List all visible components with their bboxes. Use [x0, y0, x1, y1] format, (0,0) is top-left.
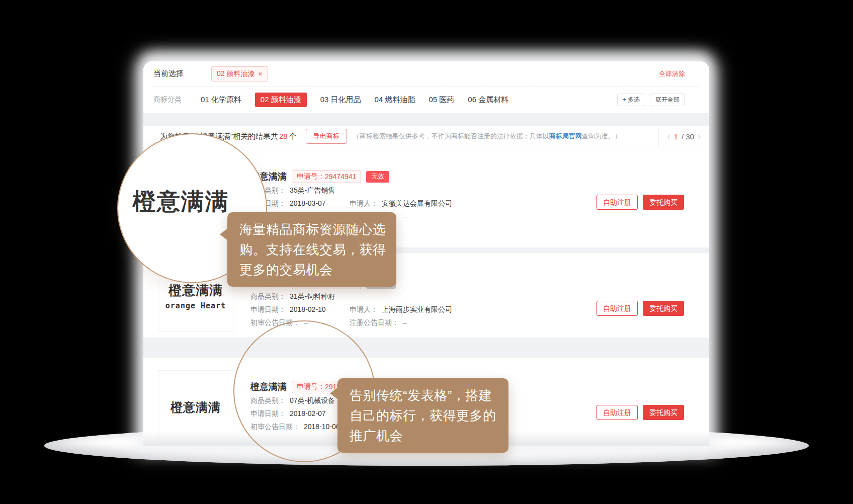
current-page: 1 — [674, 132, 678, 141]
category-row: 商标分类 01 化学原料 02 颜料油漆 03 日化用品 04 燃料油脂 05 … — [143, 87, 709, 113]
applicant-value: 上海雨步实业有限公司 — [382, 305, 452, 314]
row-actions: 自助注册 委托购买 — [596, 301, 684, 316]
current-selection-row: 当前选择 02 颜料油漆 × 全部清除 — [143, 61, 709, 86]
category-group-label: 商标分类 — [153, 95, 182, 104]
application-number-label: 申请号： — [297, 172, 325, 181]
trademark-image-text: 橙意满满 — [168, 282, 223, 299]
tooltip-marketplace: 海量精品商标资源随心选 购。支持在线交易，获得 更多的交易机会 — [227, 212, 396, 287]
entrust-buy-button[interactable]: 委托购买 — [643, 195, 684, 210]
trademark-office-link[interactable]: 商标局官网 — [549, 132, 582, 140]
category-item-05[interactable]: 05 医药 — [429, 95, 454, 105]
trademark-image-subtext: orange Heart — [165, 301, 226, 310]
category-item-01[interactable]: 01 化学原料 — [201, 95, 241, 105]
tooltip-line: 推广机会 — [350, 426, 496, 446]
tooltip-line: 购。支持在线交易，获得 — [239, 239, 384, 260]
selected-filter-tag-label: 02 颜料油漆 — [217, 69, 254, 78]
marketing-laptop-mockup: 当前选择 02 颜料油漆 × 全部清除 商标分类 01 化学原料 02 颜料油漆… — [0, 0, 853, 504]
application-number-tag: 申请号：29474941 — [292, 171, 361, 183]
self-register-button[interactable]: 自助注册 — [596, 405, 638, 420]
trademark-image-text: 橙意满满 — [170, 399, 221, 415]
registration-publication-value: – — [403, 212, 407, 221]
tooltip-line: 自己的标行，获得更多的 — [350, 405, 496, 426]
entrust-buy-button[interactable]: 委托购买 — [643, 405, 684, 420]
pagination: ‹ 1 / 30 › — [658, 127, 709, 146]
category-item-06[interactable]: 06 金属材料 — [468, 95, 508, 105]
result-count-suffix: 个 — [289, 132, 297, 140]
self-register-button[interactable]: 自助注册 — [596, 301, 638, 316]
row-actions: 自助注册 委托购买 — [596, 405, 684, 420]
category-value: 35类-广告销售 — [290, 186, 335, 195]
row-actions: 自助注册 委托购买 — [596, 195, 684, 210]
result-count-number: 28 — [279, 132, 288, 140]
applicant-value: 安徽美达会展有限公司 — [382, 199, 452, 208]
entrust-buy-button[interactable]: 委托购买 — [643, 301, 684, 316]
current-selection-label: 当前选择 — [153, 69, 184, 78]
section-gap — [143, 113, 709, 126]
next-page-icon[interactable]: › — [698, 132, 701, 141]
self-register-button[interactable]: 自助注册 — [596, 195, 638, 210]
status-badge: 无效 — [366, 171, 389, 183]
category-item-03[interactable]: 03 日化用品 — [320, 95, 361, 105]
category-item-04[interactable]: 04 燃料油脂 — [375, 95, 415, 105]
disclaimer-pre: （商标检索结果仅供参考，不作为商标能否注册的法律依据；具体以 — [353, 132, 549, 140]
total-pages: / 30 — [681, 132, 694, 141]
applicant-label: 申请人： — [350, 199, 378, 208]
category-label: 商品类别： — [250, 292, 286, 301]
export-trademarks-button[interactable]: 导出商标 — [306, 129, 347, 144]
selected-filter-tag[interactable]: 02 颜料油漆 × — [211, 66, 268, 81]
tooltip-line: 告别传统“发表格”，搭建 — [350, 385, 496, 405]
tag-close-icon[interactable]: × — [258, 70, 262, 78]
tooltip-line: 海量精品商标资源随心选 — [239, 219, 384, 239]
tooltip-promotion: 告别传统“发表格”，搭建 自己的标行，获得更多的 推广机会 — [337, 378, 508, 453]
filter-section: 当前选择 02 颜料油漆 × 全部清除 商标分类 01 化学原料 02 颜料油漆… — [143, 61, 709, 113]
tooltip-line: 更多的交易机会 — [239, 260, 384, 280]
apply-date-label: 申请日期： — [250, 305, 286, 314]
category-item-02-selected[interactable]: 02 颜料油漆 — [255, 93, 307, 107]
registration-publication-label: 注册公告日期： — [350, 318, 399, 327]
registration-publication-value: – — [403, 318, 407, 327]
category-value: 31类-饲料种籽 — [290, 292, 335, 301]
filter-actions: + 多选 展开全部 — [617, 94, 685, 106]
multi-select-button[interactable]: + 多选 — [617, 94, 645, 106]
applicant-label: 申请人： — [350, 305, 378, 314]
clear-all-button[interactable]: 全部清除 — [659, 69, 685, 78]
prev-page-icon[interactable]: ‹ — [667, 132, 670, 141]
apply-date-value: 2018-03-07 — [290, 199, 326, 208]
disclaimer-post: 查询为准。） — [582, 132, 621, 140]
application-number-value: 29474941 — [325, 173, 356, 181]
category-list: 01 化学原料 02 颜料油漆 03 日化用品 04 燃料油脂 05 医药 06… — [201, 93, 508, 107]
disclaimer-text: （商标检索结果仅供参考，不作为商标能否注册的法律依据；具体以商标局官网查询为准。… — [353, 132, 621, 141]
magnified-trademark-text: 橙意满满 — [133, 186, 229, 217]
expand-all-button[interactable]: 展开全部 — [650, 94, 685, 106]
trademark-image[interactable]: 橙意满满 — [158, 370, 233, 444]
apply-date-value: 2018-02-10 — [290, 305, 326, 314]
